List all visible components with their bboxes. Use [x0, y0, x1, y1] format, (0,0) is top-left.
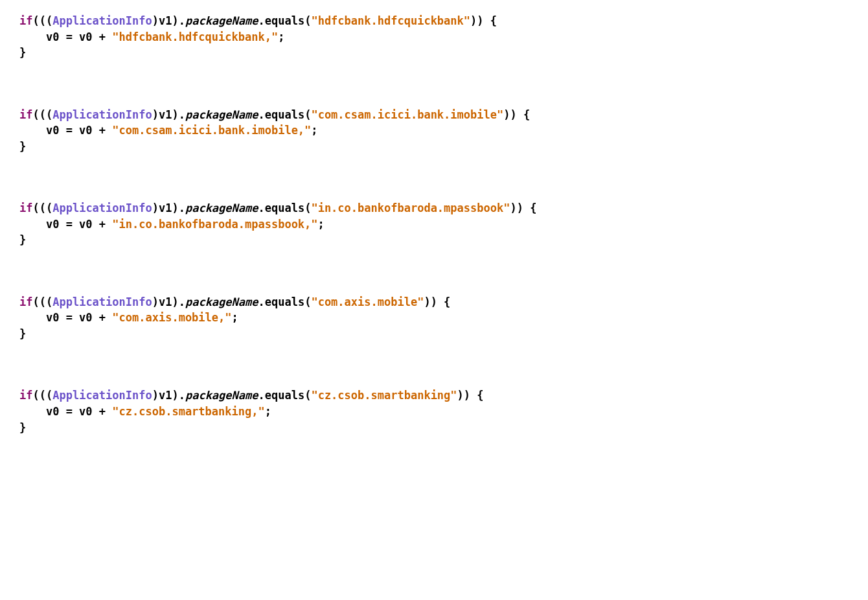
blank-line	[19, 154, 849, 184]
type-name: ApplicationInfo	[52, 108, 152, 121]
string-literal: "com.csam.icici.bank.imobile,"	[112, 124, 311, 137]
type-name: ApplicationInfo	[52, 295, 152, 308]
blank-line	[19, 248, 849, 278]
code-line: }	[19, 327, 26, 340]
code-line: }	[19, 46, 26, 59]
string-literal: "cz.csob.smartbanking"	[311, 389, 457, 402]
string-literal: "in.co.bankofbaroda.mpassbook"	[311, 202, 510, 214]
field-name: packageName	[185, 14, 258, 27]
keyword-if: if	[19, 202, 32, 214]
code-line: if(((ApplicationInfo)v1).packageName.equ…	[19, 295, 450, 308]
code-line: v0 = v0 + "cz.csob.smartbanking,";	[19, 405, 271, 418]
string-literal: "hdfcbank.hdfcquickbank,"	[112, 30, 278, 43]
type-name: ApplicationInfo	[52, 389, 152, 402]
code-line: }	[19, 421, 26, 434]
keyword-if: if	[19, 389, 32, 402]
keyword-if: if	[19, 295, 32, 308]
keyword-if: if	[19, 14, 32, 27]
code-line: v0 = v0 + "com.axis.mobile,";	[19, 311, 238, 324]
field-name: packageName	[185, 389, 258, 402]
string-literal: "in.co.bankofbaroda.mpassbook,"	[112, 218, 317, 231]
code-line: v0 = v0 + "in.co.bankofbaroda.mpassbook,…	[19, 218, 325, 231]
code-line: v0 = v0 + "hdfcbank.hdfcquickbank,";	[19, 30, 284, 43]
string-literal: "com.axis.mobile"	[311, 295, 424, 308]
keyword-if: if	[19, 108, 32, 121]
field-name: packageName	[185, 202, 258, 214]
string-literal: "com.csam.icici.bank.imobile"	[311, 108, 503, 121]
code-line: }	[19, 233, 26, 246]
code-line: }	[19, 140, 26, 153]
string-literal: "com.axis.mobile,"	[112, 311, 231, 324]
field-name: packageName	[185, 108, 258, 121]
field-name: packageName	[185, 295, 258, 308]
type-name: ApplicationInfo	[52, 14, 152, 27]
code-line: if(((ApplicationInfo)v1).packageName.equ…	[19, 108, 530, 121]
code-line: if(((ApplicationInfo)v1).packageName.equ…	[19, 389, 484, 402]
string-literal: "hdfcbank.hdfcquickbank"	[311, 14, 470, 27]
code-line: v0 = v0 + "com.csam.icici.bank.imobile,"…	[19, 124, 318, 137]
code-snippet: if(((ApplicationInfo)v1).packageName.equ…	[19, 13, 849, 435]
blank-line	[19, 342, 849, 372]
string-literal: "cz.csob.smartbanking,"	[112, 405, 264, 418]
type-name: ApplicationInfo	[52, 202, 152, 214]
blank-line	[19, 61, 849, 91]
code-line: if(((ApplicationInfo)v1).packageName.equ…	[19, 14, 497, 27]
code-line: if(((ApplicationInfo)v1).packageName.equ…	[19, 202, 536, 214]
